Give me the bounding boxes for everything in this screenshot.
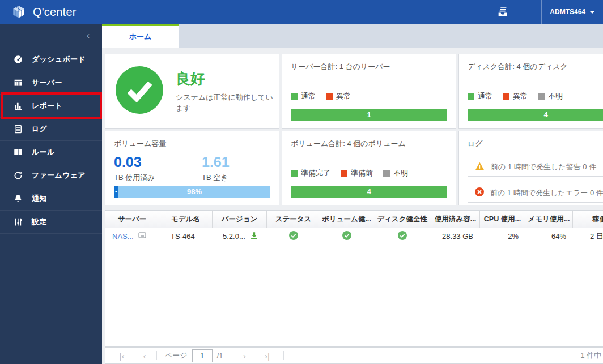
column-header-volume-health[interactable]: ボリューム健... [320,211,373,228]
version-cell: 5.2.0... [223,232,245,241]
legend-item-unknown: 不明 [538,91,563,101]
error-icon [475,187,484,198]
legend-swatch-red [503,93,509,100]
sidebar-item-notifications[interactable]: 通知 [0,187,102,211]
column-header-uptime[interactable]: 稼働時間 [573,211,603,228]
legend-item-not-ready: 準備前 [341,168,373,178]
first-page-icon[interactable]: |‹ [116,351,128,361]
log-icon [13,124,23,134]
memory-usage-cell: 64% [525,232,573,241]
qcenter-logo-icon [11,5,26,19]
legend-swatch-green [291,170,298,177]
toolbar-divider [156,351,157,360]
legend-swatch-red [341,170,347,177]
column-header-server[interactable]: サーバー [105,211,159,228]
legend-label: 準備前 [351,168,373,178]
logs-card: ログ 前の 1 時間で発生した警告 0 件 [458,131,603,205]
system-health-card: 良好 システムは正常に動作しています [105,54,279,129]
health-status-label: 良好 [176,69,279,89]
settings-icon [13,217,23,227]
log-warning-text: 前の 1 時間で発生した警告 0 件 [491,162,596,172]
volume-free-value: 1.61 [202,154,279,170]
status-ok-icon [289,231,298,242]
legend-item-ready: 準備完了 [291,168,330,178]
sidebar-item-label: ルール [32,147,55,157]
legend-swatch-gray [538,93,545,100]
sidebar-item-rules[interactable]: ルール [0,141,102,164]
sidebar-item-settings[interactable]: 設定 [0,211,102,234]
column-header-version[interactable]: バージョン [213,211,267,228]
results-summary: 1 件中 [580,350,603,361]
volume-bar-used-segment: - [114,186,118,198]
sidebar-item-label: ダッシュボード [32,54,86,65]
last-page-icon[interactable]: ›| [261,351,273,361]
legend-label: 不明 [548,91,563,101]
tab-home-label: ホーム [129,32,152,42]
tab-home[interactable]: ホーム [102,24,179,48]
legend-swatch-green [468,93,474,100]
server-name-link[interactable]: NAS... [112,232,134,241]
tasks-queue-icon[interactable] [490,0,515,24]
user-name: ADMTS464 [550,8,585,16]
sidebar-item-label: ファームウェア [32,170,86,181]
column-header-used-capacity[interactable]: 使用済み容... [431,211,480,228]
firmware-icon [13,170,23,181]
sidebar-item-label: レポート [32,101,62,111]
servers-count-bar: 1 [291,109,447,121]
log-error-row[interactable]: 前の 1 時間で発生したエラー 0 件 [468,183,603,203]
legend-swatch-gray [383,170,390,177]
main-content: 良好 システムは正常に動作しています サーバー合計: 1 台のサーバー 通常 異… [102,48,603,364]
volumes-count-bar: 4 [291,186,447,198]
page-number-input[interactable] [192,349,213,362]
table-row[interactable]: NAS... TS-464 5.2.0... [105,228,603,245]
health-status-message: システムは正常に動作しています [176,92,279,114]
bell-icon [13,194,23,204]
disks-card-title: ディスク合計: 4 個のディスク [459,54,603,72]
chevron-down-icon [589,11,595,14]
legend-swatch-green [291,93,298,100]
logs-card-title: ログ [459,131,603,149]
sidebar-item-label: 設定 [32,217,47,227]
sidebar-item-dashboard[interactable]: ダッシュボード [0,48,102,71]
volumes-total-card: ボリューム合計: 4 個のボリューム 準備完了 準備前 不明 4 [282,131,456,205]
legend-label: 準備完了 [301,168,330,178]
toolbar-divider [232,351,232,360]
volume-health-ok-icon [342,231,351,242]
remote-desktop-icon[interactable] [138,232,146,241]
sidebar-item-logs[interactable]: ログ [0,118,102,141]
model-cell: TS-464 [159,232,213,241]
top-bar: Q'center ADMTS464 [0,0,603,24]
volume-used-value: 0.03 [114,154,190,170]
sidebar-collapse-button[interactable]: ‹ [0,24,102,48]
sidebar-item-servers[interactable]: サーバー [0,71,102,95]
volume-capacity-card: ボリューム容量 0.03 TB 使用済み 1.61 TB 空き - 98% [105,131,279,205]
next-page-icon[interactable]: › [238,351,250,361]
warning-icon [475,162,485,172]
column-header-cpu-usage[interactable]: CPU 使用... [480,211,525,228]
volume-used-unit: TB 使用済み [114,173,190,183]
sidebar-item-firmware[interactable]: ファームウェア [0,164,102,187]
legend-item-normal: 通常 [291,91,316,101]
report-icon [13,101,23,111]
used-capacity-cell: 28.33 GB [431,232,480,241]
column-header-status[interactable]: ステータス [267,211,320,228]
disk-health-ok-icon [398,231,407,242]
legend-item-abnormal: 異常 [503,91,528,101]
sidebar-item-label: サーバー [32,78,62,88]
column-header-memory-usage[interactable]: メモリ使用... [525,211,573,228]
log-warning-row[interactable]: 前の 1 時間で発生した警告 0 件 [468,157,603,177]
log-error-text: 前の 1 時間で発生したエラー 0 件 [490,188,603,198]
user-menu[interactable]: ADMTS464 [542,0,603,24]
sidebar-item-label: ログ [32,124,47,134]
firmware-download-icon[interactable] [250,232,258,242]
previous-page-icon[interactable]: ‹ [138,351,151,361]
disks-total-card: ディスク合計: 4 個のディスク 通常 異常 不明 4 [458,54,603,129]
column-header-disk-health[interactable]: ディスク健全性 [373,211,431,228]
page-total-label: /1 [217,352,223,360]
legend-label: 異常 [513,91,528,101]
column-header-model[interactable]: モデル名 [159,211,213,228]
page-label: ページ [165,350,188,361]
pagination-toolbar: |‹ ‹ ページ /1 › ›| 1 件中 [105,347,603,364]
sidebar-item-reports[interactable]: レポート [0,95,102,118]
servers-total-card: サーバー合計: 1 台のサーバー 通常 異常 1 [282,54,456,129]
